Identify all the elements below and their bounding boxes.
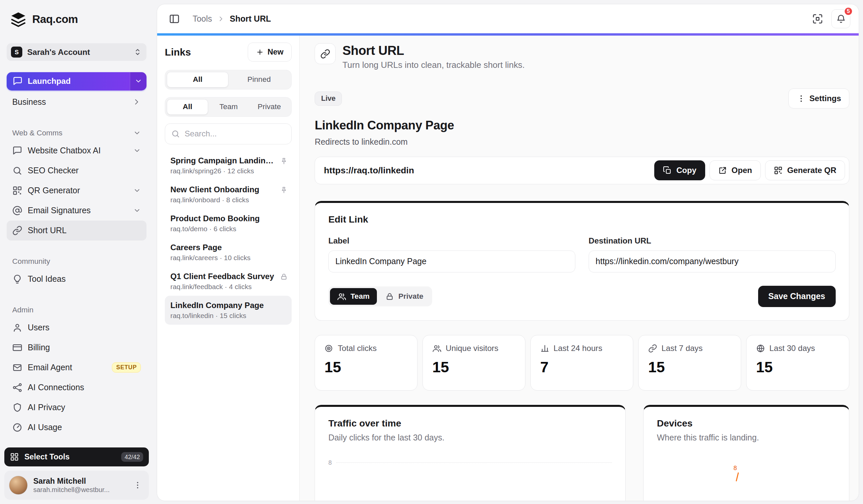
visibility-private-option[interactable]: Private <box>378 288 430 305</box>
option-label: All <box>183 102 192 111</box>
launchpad-expand-button[interactable] <box>130 72 147 90</box>
page-title: LinkedIn Company Page <box>315 118 849 132</box>
destination-field-label: Destination URL <box>589 236 836 246</box>
settings-button[interactable]: Settings <box>788 89 849 108</box>
sidebar-item-label: AI Connections <box>28 383 141 392</box>
select-tools-button[interactable]: Select Tools 42/42 <box>4 448 149 466</box>
sidebar-item-label: SEO Checker <box>28 166 141 175</box>
sidebar-item-email-signatures[interactable]: Email Signatures <box>7 201 147 221</box>
launchpad-main[interactable]: Launchpad <box>7 72 130 90</box>
link-icon <box>12 225 22 235</box>
scope-filter: All Team Private <box>165 97 292 117</box>
generate-qr-button[interactable]: Generate QR <box>765 160 845 180</box>
user-meta: Sarah Mitchell sarah.mitchell@westbur... <box>33 477 126 494</box>
lock-icon <box>280 273 288 281</box>
scope-filter-all[interactable]: All <box>167 99 208 115</box>
status-badge: Live <box>315 91 342 106</box>
open-label: Open <box>731 166 752 175</box>
sidebar-group-web-comms[interactable]: Web & Comms <box>12 129 141 138</box>
option-label: Team <box>220 102 238 111</box>
sidebar-item-website-chatbox-ai[interactable]: Website Chatbox AI <box>7 141 147 161</box>
scan-share-button[interactable] <box>808 9 827 28</box>
sidebar-group-admin: Admin <box>12 306 141 314</box>
launchpad-label: Launchpad <box>28 77 71 86</box>
destination-url-field[interactable] <box>589 250 836 273</box>
short-url-icon <box>320 49 330 59</box>
topbar: Tools Short URL 5 <box>157 4 859 33</box>
copy-button[interactable]: Copy <box>654 160 705 180</box>
tool-header-text: Short URL Turn long URLs into clean, tra… <box>342 43 524 70</box>
open-button[interactable]: Open <box>710 160 761 180</box>
links-panel: Links New All Pinned All Team Private <box>157 36 300 501</box>
launchpad-button[interactable]: Launchpad <box>7 72 147 90</box>
link-title: Product Demo Booking <box>171 214 277 223</box>
list-item-selected[interactable]: LinkedIn Company Page raq.to/linkedin · … <box>165 296 292 325</box>
sidebar-item-seo-checker[interactable]: SEO Checker <box>7 161 147 181</box>
list-item[interactable]: Product Demo Booking raq.to/demo · 6 cli… <box>165 209 292 238</box>
list-item[interactable]: Careers Page raq.link/careers · 10 click… <box>165 238 292 267</box>
panel-icon <box>169 13 180 24</box>
chevron-right-icon <box>217 15 225 23</box>
sidebar-item-qr-generator[interactable]: QR Generator <box>7 181 147 201</box>
label-field[interactable] <box>328 250 575 273</box>
edit-link-title: Edit Link <box>328 214 835 225</box>
user-icon <box>12 323 22 333</box>
mail-icon <box>12 363 22 373</box>
sidebar-item-billing[interactable]: Billing <box>7 338 147 358</box>
sidebar-item-ai-usage[interactable]: AI Usage <box>7 417 147 438</box>
account-switcher[interactable]: S Sarah's Account <box>7 43 147 61</box>
scope-filter-team[interactable]: Team <box>208 99 249 115</box>
pin-icon <box>280 157 288 165</box>
account-initial-badge: S <box>11 47 22 57</box>
new-link-button[interactable]: New <box>248 42 292 62</box>
user-card[interactable]: Sarah Mitchell sarah.mitchell@westbur... <box>4 471 149 500</box>
tool-title: Short URL <box>342 43 524 58</box>
sidebar-item-email-agent[interactable]: Email Agent SETUP <box>7 358 147 378</box>
sidebar-item-business[interactable]: Business <box>7 92 147 112</box>
sidebar-item-ai-privacy[interactable]: AI Privacy <box>7 398 147 417</box>
sidebar-item-label: QR Generator <box>28 186 127 195</box>
accent-gradient-bar <box>157 33 859 36</box>
sidebar-item-label: Email Signatures <box>28 206 127 215</box>
sidebar-item-ai-connections[interactable]: AI Connections <box>7 378 147 398</box>
link-meta: raq.to/linkedin · 15 clicks <box>171 312 277 320</box>
chart-peak-label: 8 <box>734 464 737 472</box>
sidebar-item-short-url[interactable]: Short URL <box>7 221 147 241</box>
list-item[interactable]: Q1 Client Feedback Survey raq.link/feedb… <box>165 267 292 296</box>
link-icon <box>648 344 657 353</box>
stat-value: 7 <box>540 359 624 376</box>
sidebar-item-tool-ideas[interactable]: Tool Ideas <box>7 269 147 289</box>
stat-label: Last 7 days <box>662 344 703 353</box>
list-item[interactable]: New Client Onboarding raq.link/onboard ·… <box>165 180 292 209</box>
brand-logo-icon <box>10 11 27 28</box>
target-icon <box>324 344 333 353</box>
user-email: sarah.mitchell@westbur... <box>33 486 126 494</box>
grid-icon <box>10 452 19 462</box>
save-changes-button[interactable]: Save Changes <box>758 286 836 307</box>
view-filter-all[interactable]: All <box>167 72 228 88</box>
sidebar-toggle-button[interactable] <box>165 9 184 28</box>
private-label: Private <box>399 292 424 301</box>
sidebar-item-label: Tool Ideas <box>28 274 141 284</box>
chevron-down-icon <box>135 77 142 85</box>
link-meta: raq.link/careers · 10 clicks <box>171 254 277 262</box>
label-field-label: Label <box>328 236 575 246</box>
link-title: LinkedIn Company Page <box>171 301 277 310</box>
link-list: Spring Campaign Landing P... raq.link/sp… <box>165 151 292 494</box>
scope-filter-private[interactable]: Private <box>249 99 290 115</box>
user-menu-button[interactable] <box>131 479 144 492</box>
breadcrumb-tools[interactable]: Tools <box>192 14 212 24</box>
edit-footer: Team Private Save Changes <box>328 286 835 307</box>
sidebar-item-users[interactable]: Users <box>7 318 147 338</box>
qr-icon <box>12 186 22 196</box>
page-subtitle: Redirects to linkedin.com <box>315 137 849 147</box>
group-label: Admin <box>12 306 141 314</box>
visibility-team-option[interactable]: Team <box>330 288 377 305</box>
notifications: 5 <box>831 9 850 28</box>
bar-chart-icon <box>540 344 549 353</box>
list-item[interactable]: Spring Campaign Landing P... raq.link/sp… <box>165 151 292 180</box>
dotted-gridline <box>336 462 612 463</box>
view-filter-pinned[interactable]: Pinned <box>228 72 289 88</box>
search-input[interactable] <box>185 129 288 138</box>
team-label: Team <box>351 292 370 301</box>
